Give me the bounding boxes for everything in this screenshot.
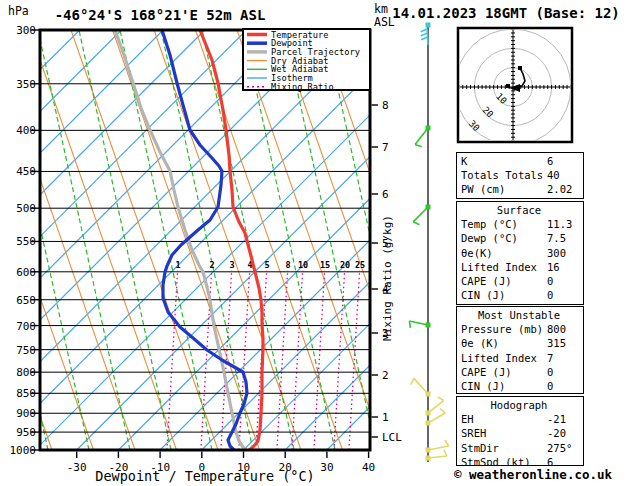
pressure-tick-label: 800 [16, 366, 36, 379]
stat-row: SREH-20 [461, 426, 583, 440]
stat-row: K6 [461, 154, 583, 168]
wind-barb-marker [426, 23, 431, 28]
stat-label: EH [461, 413, 474, 425]
wind-barb-stem [413, 207, 428, 222]
stat-row: θe (K)315 [461, 336, 583, 350]
km-tick-label: 1 [382, 411, 389, 424]
mixing-ratio-label: 20 [340, 260, 350, 270]
dry-adiabat-line [71, 30, 218, 450]
stat-row: Temp (°C)11.3 [461, 217, 583, 231]
stat-row: θe(K)300 [461, 246, 583, 260]
wind-barb-stem [428, 446, 449, 450]
panel-header: Most Unstable [461, 308, 583, 322]
stat-row: Totals Totals40 [461, 168, 583, 182]
stats-panel-indices: K6Totals Totals40PW (cm)2.02 [456, 152, 584, 199]
stat-row: StmSpd (kt)6 [461, 455, 583, 466]
pressure-unit-label: hPa [8, 4, 29, 18]
stats-panel-hodograph: HodographEH-21SREH-20StmDir275°StmSpd (k… [456, 396, 584, 466]
wind-barb-feather [421, 33, 427, 36]
pressure-tick-label: 900 [16, 407, 36, 420]
mixing-ratio-label: 5 [264, 260, 269, 270]
temp-tick-label: 10 [237, 461, 250, 474]
pressure-tick-label: 400 [16, 124, 36, 137]
stat-label: PW (cm) [461, 183, 505, 195]
mixing-ratio-label: 2 [209, 260, 214, 270]
mixing-ratio-line [277, 270, 288, 450]
mixing-ratio-label: 15 [320, 260, 330, 270]
stat-label: Dewp (°C) [461, 232, 518, 244]
stat-row: CAPE (J)0 [461, 274, 583, 288]
stat-row: Lifted Index16 [461, 260, 583, 274]
stats-panel-most-unstable: Most UnstablePressure (mb)800θe (K)315Li… [456, 306, 584, 394]
station-title: -46°24'S 168°21'E 52m ASL [55, 7, 266, 23]
stat-row: EH-21 [461, 412, 583, 426]
pressure-tick-label: 450 [16, 165, 36, 178]
legend: TemperatureDewpointParcel TrajectoryDry … [243, 29, 370, 92]
stat-row: Lifted Index7 [461, 351, 583, 365]
mixing-ratio-line [292, 270, 303, 450]
alt-unit-asl: ASL [374, 15, 395, 29]
stat-label: SREH [461, 427, 486, 439]
pressure-tick-label: 700 [16, 320, 36, 333]
stats-panel-surface: SurfaceTemp (°C)11.3Dewp (°C)7.5θe(K)300… [456, 201, 584, 305]
stat-value: 300 [547, 246, 566, 260]
wind-barb-feather [445, 440, 449, 446]
wind-barb-feather [421, 29, 427, 32]
temp-tick-label: 20 [279, 461, 292, 474]
credit: © weatheronline.co.uk [454, 467, 612, 482]
wet-adiabat-line [161, 30, 253, 450]
wind-barb-stem [428, 413, 445, 423]
pressure-tick-label: 600 [16, 266, 36, 279]
wet-adiabat-line [120, 30, 212, 450]
stat-label: Lifted Index [461, 261, 537, 273]
pressure-tick-label: 750 [16, 344, 36, 357]
stat-row: Pressure (mb)800 [461, 322, 583, 336]
wind-barb-stem [415, 128, 428, 145]
wet-adiabat-line [243, 30, 335, 450]
stat-label: CAPE (J) [461, 366, 512, 378]
pressure-tick-label: 300 [16, 24, 36, 37]
mixing-ratio-line [167, 270, 178, 450]
stat-value: 800 [547, 322, 566, 336]
temp-tick-label: -20 [108, 461, 128, 474]
km-tick-label: 6 [382, 188, 389, 201]
stat-value: 0 [547, 379, 553, 393]
stat-value: 6 [547, 455, 553, 466]
wet-adiabat-line [0, 30, 89, 450]
stat-value: 7 [547, 351, 553, 365]
wind-barb-feather [413, 222, 419, 225]
stat-value: -20 [547, 426, 566, 440]
stat-value: 0 [547, 274, 553, 288]
temp-tick-label: -30 [67, 461, 87, 474]
stat-row: StmDir275° [461, 441, 583, 455]
wet-adiabat-line [38, 30, 130, 450]
stat-row: PW (cm)2.02 [461, 182, 583, 196]
dry-adiabat-line [0, 30, 94, 450]
temp-tick-label: 0 [198, 461, 205, 474]
pressure-tick-label: 550 [16, 235, 36, 248]
dry-adiabat-line [196, 30, 343, 450]
stat-label: StmSpd (kt) [461, 456, 531, 466]
wet-adiabat-line [366, 30, 458, 450]
mixing-ratio-label: 10 [298, 260, 308, 270]
hodograph-marker [518, 66, 522, 70]
mixing-ratio-axis-title: Mixing Ratio (g/kg) [381, 215, 394, 341]
km-tick-label: 8 [382, 99, 389, 112]
stat-value: 0 [547, 365, 553, 379]
stat-label: StmDir [461, 442, 499, 454]
wind-barb-stem [428, 456, 447, 458]
hodograph: 102030 [451, 25, 575, 149]
temp-tick-label: -10 [150, 461, 170, 474]
km-tick-label: LCL [382, 431, 402, 444]
temperature-curve [200, 30, 263, 450]
mixing-ratio-line [334, 270, 345, 450]
profile-curves [115, 30, 263, 450]
hodograph-marker [506, 84, 510, 88]
km-tick-label: 2 [382, 369, 389, 382]
stat-value: 40 [547, 168, 560, 182]
km-tick-label: 5 [382, 237, 389, 250]
stat-label: CIN (J) [461, 289, 505, 301]
wind-barb-feather [444, 450, 447, 456]
stat-row: CIN (J)0 [461, 379, 583, 393]
km-tick-label: 7 [382, 141, 389, 154]
